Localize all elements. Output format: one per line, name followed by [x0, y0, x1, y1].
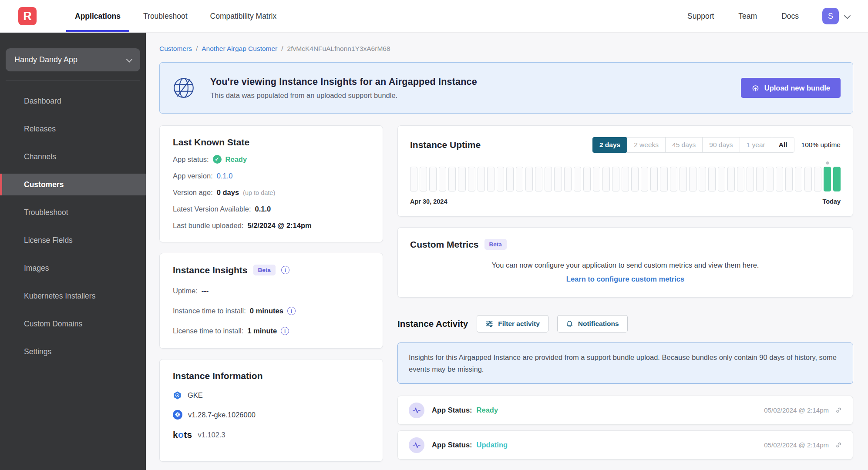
last-bundle-value: 5/2/2024 @ 2:14pm — [247, 222, 311, 230]
sidebar-item[interactable]: Settings — [0, 341, 146, 363]
upload-icon — [751, 84, 760, 92]
uptime-bar — [458, 167, 465, 191]
chevron-down-icon[interactable] — [844, 12, 851, 19]
sidebar-item[interactable]: Customers — [0, 174, 146, 195]
nav-item[interactable]: Docs — [769, 12, 811, 21]
instance-time-to-install-value: 0 minutes — [250, 307, 283, 315]
uptime-bar — [525, 167, 533, 191]
uptime-bar — [795, 167, 802, 191]
breadcrumb-item[interactable]: 2fvMcK4NFuALfnonn1Y3xA6rM68 — [277, 45, 390, 53]
secondary-nav: SupportTeamDocs S — [675, 0, 850, 32]
app-status-row: App status: ✓ Ready — [173, 155, 370, 164]
sidebar-item[interactable]: License Fields — [0, 229, 146, 251]
event-link-icon[interactable] — [835, 407, 842, 413]
sidebar-item[interactable]: Kubernetes Installers — [0, 285, 146, 307]
chevron-down-icon — [126, 56, 132, 62]
range-button[interactable]: 2 weeks — [627, 137, 666, 153]
main-content: CustomersAnother Airgap Customer2fvMcK4N… — [146, 33, 868, 470]
check-circle-icon: ✓ — [213, 155, 222, 164]
card-title: Custom Metrics — [410, 239, 479, 250]
nav-item[interactable]: Team — [726, 12, 769, 21]
sidebar-item[interactable]: Dashboard — [0, 90, 146, 112]
app-version-link[interactable]: 0.1.0 — [217, 172, 233, 180]
configure-custom-metrics-link[interactable]: Learn to configure custom metrics — [410, 275, 841, 283]
sidebar-item[interactable]: Troubleshoot — [0, 201, 146, 223]
sidebar-item[interactable]: Custom Domains — [0, 313, 146, 335]
uptime-bar — [804, 167, 812, 191]
event-status: Ready — [477, 406, 498, 414]
gke-icon — [173, 391, 182, 400]
replicated-logo[interactable]: R — [18, 7, 37, 25]
uptime-bar — [554, 167, 562, 191]
row-label: App status: — [173, 155, 209, 164]
uptime-bar — [747, 167, 754, 191]
beta-badge: Beta — [253, 265, 276, 275]
filter-activity-button[interactable]: Filter activity — [477, 315, 548, 332]
notifications-button[interactable]: Notifications — [557, 315, 628, 332]
row-label: Latest Version Available: — [173, 205, 251, 213]
uptime-bar — [718, 167, 725, 191]
breadcrumb-item[interactable]: Another Airgap Customer — [192, 45, 277, 53]
uptime-bar — [439, 167, 446, 191]
info-icon[interactable]: i — [281, 266, 289, 274]
top-nav: R ApplicationsTroubleshootCompatibility … — [0, 0, 868, 33]
uptime-bar — [410, 167, 417, 191]
card-title: Last Known State — [173, 137, 370, 148]
range-button[interactable]: 2 days — [592, 137, 627, 153]
uptime-bar — [574, 167, 581, 191]
uptime-bar — [564, 167, 572, 191]
event-timestamp: 05/02/2024 @ 2:14pm — [764, 441, 829, 449]
event-status: Updating — [477, 441, 508, 449]
row-label: Instance time to install: — [173, 307, 246, 315]
banner-subtitle: This data was populated from an uploaded… — [210, 91, 477, 100]
nav-item[interactable]: Compatibility Matrix — [199, 0, 288, 32]
uptime-bar — [824, 167, 831, 191]
sidebar-item[interactable]: Images — [0, 257, 146, 279]
nav-item[interactable]: Support — [675, 12, 726, 21]
filter-icon — [485, 320, 493, 328]
instance-time-to-install-row: Instance time to install: 0 minutes i — [173, 307, 370, 315]
row-label: Last bundle uploaded: — [173, 222, 243, 230]
info-icon[interactable]: i — [281, 327, 289, 335]
card-title: Instance Insights — [173, 265, 248, 275]
app-status-value: Ready — [225, 155, 247, 164]
card-title: Instance Information — [173, 371, 370, 381]
last-bundle-row: Last bundle uploaded: 5/2/2024 @ 2:14pm — [173, 222, 370, 230]
upload-new-bundle-button[interactable]: Upload new bundle — [741, 78, 841, 98]
k8s-version-row: ☸ v1.28.7-gke.1026000 — [173, 410, 370, 420]
uptime-bar — [487, 167, 495, 191]
uptime-end-label: Today — [822, 198, 841, 205]
last-known-state-card: Last Known State App status: ✓ Ready App… — [159, 125, 383, 242]
info-icon[interactable]: i — [287, 307, 296, 315]
instance-insights-card: Instance Insights Beta i Uptime: --- Ins… — [159, 253, 383, 349]
uptime-bar — [506, 167, 514, 191]
uptime-bars — [410, 167, 841, 191]
uptime-bar — [583, 167, 591, 191]
uptime-bar — [737, 167, 744, 191]
custom-metrics-body: You can now configure your application t… — [410, 261, 841, 269]
uptime-bar — [622, 167, 629, 191]
range-button[interactable]: 1 year — [740, 137, 772, 153]
uptime-bar — [478, 167, 485, 191]
distribution-value: GKE — [188, 391, 203, 400]
nav-item[interactable]: Troubleshoot — [132, 0, 199, 32]
version-age-note: (up to date) — [243, 189, 275, 196]
range-button[interactable]: 45 days — [665, 137, 703, 153]
latest-version-row: Latest Version Available: 0.1.0 — [173, 205, 370, 213]
license-time-to-install-row: License time to install: 1 minute i — [173, 327, 370, 335]
uptime-bar — [420, 167, 427, 191]
event-link-icon[interactable] — [835, 442, 842, 448]
user-avatar[interactable]: S — [822, 8, 839, 24]
app-selector[interactable]: Handy Dandy App — [6, 48, 140, 71]
breadcrumb-item[interactable]: Customers — [159, 45, 192, 53]
sidebar-item[interactable]: Releases — [0, 118, 146, 140]
uptime-bar — [641, 167, 648, 191]
sidebar-item[interactable]: Channels — [0, 146, 146, 168]
uptime-bar — [776, 167, 783, 191]
uptime-range-selector: 2 days2 weeks45 days90 days1 yearAll — [593, 137, 794, 153]
range-button[interactable]: All — [772, 137, 794, 153]
airgap-globe-icon — [172, 76, 195, 100]
nav-item[interactable]: Applications — [64, 0, 132, 32]
uptime-bar — [429, 167, 437, 191]
range-button[interactable]: 90 days — [702, 137, 740, 153]
